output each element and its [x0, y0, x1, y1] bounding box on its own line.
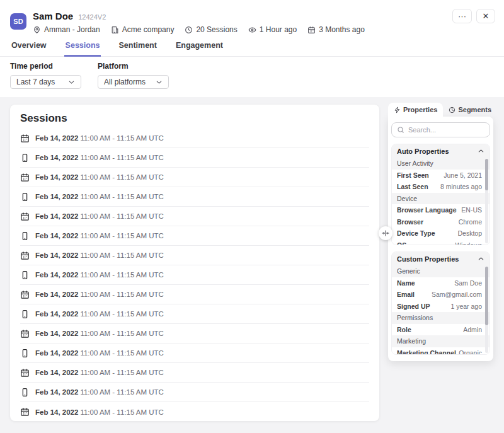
- search-input[interactable]: [408, 126, 484, 134]
- session-label: Feb 14, 202211:00 AM - 11:15 AM UTC: [35, 349, 164, 357]
- session-row[interactable]: Feb 14, 202211:00 AM - 11:15 AM UTC: [20, 129, 369, 148]
- more-options-button[interactable]: ···: [452, 9, 472, 23]
- session-row[interactable]: Feb 14, 202211:00 AM - 11:15 AM UTC: [20, 363, 369, 383]
- calendar-icon: [20, 290, 30, 299]
- property-label: Email: [397, 291, 415, 298]
- main-tab-bar: Overview Sessions Sentiment Engagement: [0, 38, 504, 57]
- property-row: Browser Chrome: [392, 216, 490, 228]
- identity-block: Sam Doe 12424V2 Amman - Jordan Acme comp…: [33, 11, 365, 34]
- mobile-icon: [20, 309, 30, 319]
- session-date: Feb 14, 2022: [35, 388, 78, 396]
- session-time: 11:00 AM - 11:15 AM UTC: [80, 408, 164, 416]
- custom-properties-header[interactable]: Custom Properties: [392, 252, 490, 265]
- session-label: Feb 14, 202211:00 AM - 11:15 AM UTC: [35, 271, 164, 279]
- session-row[interactable]: Feb 14, 202211:00 AM - 11:15 AM UTC: [20, 246, 369, 265]
- session-time: 11:00 AM - 11:15 AM UTC: [80, 193, 164, 200]
- mobile-icon: [20, 153, 30, 163]
- time-period-label: Time period: [10, 62, 81, 71]
- session-date: Feb 14, 2022: [35, 349, 78, 357]
- property-value: 1 year ago: [450, 303, 484, 310]
- property-value: Admin: [463, 326, 484, 333]
- chevron-up-icon: [478, 255, 484, 262]
- panel-tab-label: Segments: [458, 106, 491, 113]
- property-value: Organic: [459, 349, 484, 354]
- session-date: Feb 14, 2022: [35, 134, 78, 142]
- eye-icon: [248, 26, 256, 34]
- auto-properties-header[interactable]: Auto Properties: [392, 144, 490, 158]
- property-group-header: Device: [392, 193, 490, 205]
- session-row[interactable]: Feb 14, 202211:00 AM - 11:15 AM UTC: [20, 344, 369, 363]
- session-row[interactable]: Feb 14, 202211:00 AM - 11:15 AM UTC: [20, 402, 369, 421]
- user-meta-item: 20 Sessions: [185, 25, 237, 34]
- panel-body: Auto Properties User Activity First Seen…: [388, 117, 493, 361]
- property-label: Last Seen: [397, 183, 428, 190]
- session-time: 11:00 AM - 11:15 AM UTC: [80, 349, 164, 357]
- auto-properties-rows: User Activity First Seen June 5, 2021 La…: [392, 158, 490, 245]
- scrollbar-thumb[interactable]: [485, 267, 488, 325]
- time-period-select[interactable]: Last 7 days: [10, 75, 81, 89]
- calendar-icon: [20, 368, 30, 378]
- panel-tab-bar: Properties Segments: [388, 103, 493, 117]
- platform-filter: Platform All platforms: [98, 62, 169, 89]
- session-row[interactable]: Feb 14, 202211:00 AM - 11:15 AM UTC: [20, 383, 369, 402]
- scrollbar[interactable]: [485, 159, 488, 243]
- property-row: Role Admin: [392, 324, 490, 336]
- session-list: Feb 14, 202211:00 AM - 11:15 AM UTC Feb …: [20, 129, 369, 421]
- property-label: Generic: [397, 267, 420, 275]
- user-id: 12424V2: [78, 13, 106, 21]
- session-label: Feb 14, 202211:00 AM - 11:15 AM UTC: [35, 193, 164, 200]
- calendar-icon: [307, 26, 316, 34]
- session-time: 11:00 AM - 11:15 AM UTC: [80, 134, 164, 142]
- property-row: Signed UP 1 year ago: [392, 301, 490, 313]
- session-row[interactable]: Feb 14, 202211:00 AM - 11:15 AM UTC: [20, 207, 369, 226]
- user-meta-row: Amman - Jordan Acme company 20 Sessions …: [33, 25, 365, 34]
- user-meta-label: Amman - Jordan: [44, 25, 100, 34]
- session-row[interactable]: Feb 14, 202211:00 AM - 11:15 AM UTC: [20, 304, 369, 324]
- user-meta-label: 20 Sessions: [196, 25, 237, 34]
- session-row[interactable]: Feb 14, 202211:00 AM - 11:15 AM UTC: [20, 324, 369, 344]
- tab-overview[interactable]: Overview: [10, 38, 48, 57]
- property-row: Name Sam Doe: [392, 277, 490, 289]
- property-group-header: Permissions: [392, 312, 490, 324]
- property-row: OS Windows: [392, 240, 490, 245]
- session-time: 11:00 AM - 11:15 AM UTC: [80, 388, 164, 396]
- calendar-icon: [20, 251, 30, 260]
- session-row[interactable]: Feb 14, 202211:00 AM - 11:15 AM UTC: [20, 148, 369, 168]
- user-meta-item: 3 Months ago: [307, 25, 365, 34]
- tab-sessions[interactable]: Sessions: [64, 38, 101, 57]
- platform-select[interactable]: All platforms: [98, 75, 169, 89]
- session-row[interactable]: Feb 14, 202211:00 AM - 11:15 AM UTC: [20, 265, 369, 285]
- property-value: Desktop: [457, 229, 484, 237]
- sessions-title: Sessions: [20, 112, 369, 125]
- session-date: Feb 14, 2022: [35, 369, 78, 376]
- property-label: Browser: [397, 218, 423, 226]
- property-value: EN-US: [461, 206, 484, 214]
- chevron-down-icon: [156, 79, 163, 86]
- session-row[interactable]: Feb 14, 202211:00 AM - 11:15 AM UTC: [20, 226, 369, 246]
- session-time: 11:00 AM - 11:15 AM UTC: [80, 330, 164, 337]
- session-time: 11:00 AM - 11:15 AM UTC: [80, 369, 164, 376]
- panel-tab-properties[interactable]: Properties: [388, 103, 443, 117]
- session-row[interactable]: Feb 14, 202211:00 AM - 11:15 AM UTC: [20, 168, 369, 187]
- session-time: 11:00 AM - 11:15 AM UTC: [80, 310, 164, 318]
- session-row[interactable]: Feb 14, 202211:00 AM - 11:15 AM UTC: [20, 285, 369, 304]
- session-label: Feb 14, 202211:00 AM - 11:15 AM UTC: [35, 154, 164, 161]
- property-label: User Activity: [397, 159, 433, 167]
- close-button[interactable]: ✕: [476, 9, 495, 23]
- property-group-header: Generic: [392, 265, 490, 277]
- session-date: Feb 14, 2022: [35, 193, 78, 200]
- panel-tab-segments[interactable]: Segments: [443, 103, 497, 117]
- session-row[interactable]: Feb 14, 202211:00 AM - 11:15 AM UTC: [20, 187, 369, 207]
- sessions-card: Sessions Feb 14, 202211:00 AM - 11:15 AM…: [10, 105, 379, 421]
- filter-bar: Time period Last 7 days Platform All pla…: [0, 57, 504, 97]
- calendar-icon: [20, 329, 30, 338]
- scrollbar[interactable]: [485, 267, 488, 353]
- scrollbar-thumb[interactable]: [485, 159, 488, 190]
- panel-resize-handle[interactable]: [379, 226, 392, 240]
- tab-sentiment[interactable]: Sentiment: [117, 38, 158, 57]
- session-time: 11:00 AM - 11:15 AM UTC: [80, 271, 164, 279]
- session-time: 11:00 AM - 11:15 AM UTC: [80, 154, 164, 161]
- company-icon: [111, 26, 119, 34]
- tab-engagement[interactable]: Engagement: [175, 38, 224, 57]
- chevron-down-icon: [68, 79, 75, 86]
